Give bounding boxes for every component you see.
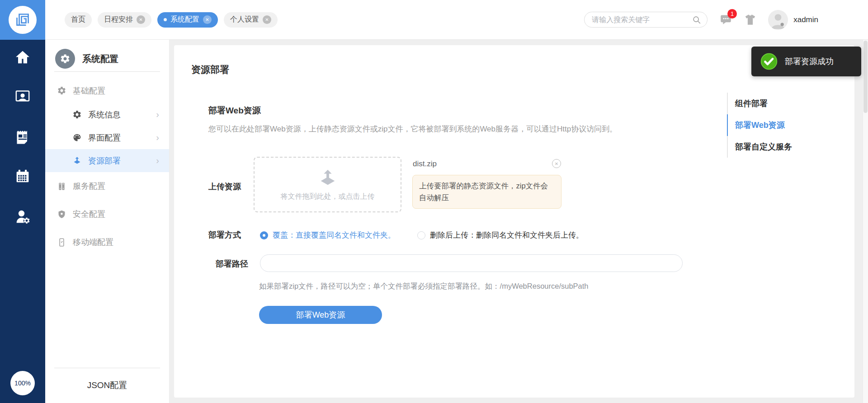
chevron-right-icon: › <box>156 155 159 166</box>
username: xadmin <box>793 15 818 24</box>
config-sidebar: 系统配置 基础配置 系统信息 › 界面配置 › 资源部署 › 服务配置 安全配置 <box>45 40 170 403</box>
deploy-icon <box>72 156 82 165</box>
radio-unselected-icon[interactable] <box>417 231 425 239</box>
gear-circle-icon <box>55 49 75 69</box>
deploy-web-resource-button[interactable]: 部署Web资源 <box>259 306 382 324</box>
upload-dropzone[interactable]: 将文件拖到此处，或点击上传 <box>254 157 401 212</box>
topbar-right: 1 xadmin <box>584 10 818 30</box>
zoom-level-badge[interactable]: 100% <box>10 371 35 395</box>
anchor-deploy-web-resource[interactable]: 部署Web资源 <box>727 114 792 136</box>
upload-tray-icon <box>317 168 338 190</box>
toast-message: 部署资源成功 <box>785 56 834 67</box>
anchor-deploy-custom-service[interactable]: 部署自定义服务 <box>727 136 792 158</box>
scrollbar-thumb[interactable] <box>863 41 868 113</box>
sidebar-item-basic-config[interactable]: 基础配置 <box>45 78 169 103</box>
menu-label: 服务配置 <box>73 181 105 192</box>
anchor-component-deploy[interactable]: 组件部署 <box>727 93 792 114</box>
sidebar-item-ui-config[interactable]: 界面配置 › <box>45 126 169 149</box>
anchor-nav: 组件部署 部署Web资源 部署自定义服务 <box>727 93 792 158</box>
message-count-badge: 1 <box>727 9 737 19</box>
remove-file-icon[interactable]: ✕ <box>552 159 561 168</box>
gear-icon <box>57 86 66 95</box>
menu-label: 安全配置 <box>73 209 105 220</box>
news-icon[interactable] <box>13 127 32 145</box>
sidebar-header: 系统配置 <box>45 40 169 69</box>
menu-label: 界面配置 <box>88 132 121 143</box>
sidebar-item-security-config[interactable]: 安全配置 <box>45 200 169 228</box>
server-icon <box>57 182 66 191</box>
palette-icon <box>72 133 82 142</box>
close-icon[interactable]: ✕ <box>137 15 145 24</box>
sidebar-footer: JSON配置 <box>45 368 169 403</box>
home-icon[interactable] <box>13 48 32 67</box>
deploy-path-input[interactable] <box>260 254 683 272</box>
sidebar-item-service-config[interactable]: 服务配置 <box>45 172 169 200</box>
shield-icon <box>57 210 66 219</box>
search-input[interactable] <box>592 16 692 24</box>
topbar: 首页 日程安排 ✕ 系统配置 ✕ 个人设置 ✕ 1 <box>45 0 868 40</box>
tab-label: 系统配置 <box>170 15 199 24</box>
deploy-path-label: 部署路径 <box>216 258 248 269</box>
app-logo[interactable] <box>0 0 45 40</box>
deploy-mode-label: 部署方式 <box>208 230 241 240</box>
page-title: 资源部署 <box>191 63 229 76</box>
success-toast: 部署资源成功 <box>751 47 861 76</box>
zoom-level-text: 100% <box>14 380 31 387</box>
success-check-icon <box>760 53 778 70</box>
radio-delete-label: 删除后上传：删除同名文件和文件夹后上传。 <box>430 230 584 240</box>
upload-label: 上传资源 <box>208 181 241 192</box>
sidebar-item-mobile-config[interactable]: 移动端配置 <box>45 228 169 256</box>
menu-label: 基础配置 <box>73 85 105 96</box>
tab-personal-settings[interactable]: 个人设置 ✕ <box>224 12 278 28</box>
resource-deploy-card: 资源部署 部署Web资源 您可以在此处部署Web资源，上传静态资源文件或zip文… <box>174 45 854 398</box>
logo-circle <box>9 6 37 34</box>
menu-label: 移动端配置 <box>73 237 113 248</box>
radio-delete-upload[interactable]: 删除后上传：删除同名文件和文件夹后上传。 <box>417 230 584 240</box>
active-dot <box>164 18 167 21</box>
tab-label: 日程安排 <box>104 15 133 24</box>
menu-label: 资源部署 <box>88 155 121 166</box>
close-icon[interactable]: ✕ <box>203 15 212 24</box>
search-icon[interactable] <box>692 15 702 25</box>
tab-bar: 首页 日程安排 ✕ 系统配置 ✕ 个人设置 ✕ <box>65 12 278 28</box>
user-settings-icon[interactable] <box>13 207 32 226</box>
gear-icon <box>72 110 82 119</box>
messages-button[interactable]: 1 <box>719 14 732 26</box>
radio-selected-icon[interactable] <box>260 231 268 239</box>
monitor-user-icon[interactable] <box>13 87 32 106</box>
theme-button[interactable] <box>744 14 756 26</box>
mobile-icon <box>57 238 66 247</box>
tab-home[interactable]: 首页 <box>65 12 92 28</box>
sidebar-item-resource-deploy[interactable]: 资源部署 › <box>45 149 169 172</box>
uploaded-file-name: dist.zip <box>413 159 437 169</box>
avatar <box>768 10 788 30</box>
deploy-path-hint: 如果部署zip文件，路径可以为空；单个文件部署必须指定部署路径。如：/myWeb… <box>259 281 589 291</box>
config-menu: 基础配置 系统信息 › 界面配置 › 资源部署 › 服务配置 安全配置 移动端配… <box>45 72 169 256</box>
search-box <box>584 12 708 28</box>
file-tooltip: 上传要部署的静态资源文件，zip文件会自动解压 <box>412 175 561 209</box>
tshirt-icon <box>744 14 756 26</box>
tab-label: 个人设置 <box>230 15 259 24</box>
calendar-icon[interactable] <box>13 167 32 186</box>
tab-label: 首页 <box>71 15 85 24</box>
vertical-scrollbar[interactable] <box>863 40 868 403</box>
tab-system-config[interactable]: 系统配置 ✕ <box>157 12 218 28</box>
radio-overwrite[interactable]: 覆盖：直接覆盖同名文件和文件夹。 <box>260 230 396 240</box>
chevron-right-icon: › <box>156 132 159 143</box>
sidebar-title: 系统配置 <box>82 53 118 65</box>
radio-overwrite-label: 覆盖：直接覆盖同名文件和文件夹。 <box>273 230 396 240</box>
chevron-right-icon: › <box>156 109 159 120</box>
sidebar-item-system-info[interactable]: 系统信息 › <box>45 103 169 126</box>
section-description: 您可以在此处部署Web资源，上传静态资源文件或zip文件，它将被部署到系统的We… <box>208 124 617 134</box>
spiral-logo-icon <box>14 11 32 29</box>
left-rail: 100% <box>0 0 45 403</box>
json-config-button[interactable]: JSON配置 <box>87 380 127 391</box>
user-menu[interactable]: xadmin <box>768 10 818 30</box>
close-icon[interactable]: ✕ <box>263 15 271 24</box>
tab-schedule[interactable]: 日程安排 ✕ <box>98 12 151 28</box>
dropzone-text: 将文件拖到此处，或点击上传 <box>255 192 401 202</box>
content-area: 资源部署 部署Web资源 您可以在此处部署Web资源，上传静态资源文件或zip文… <box>170 40 868 403</box>
section-title: 部署Web资源 <box>208 105 261 117</box>
menu-label: 系统信息 <box>88 109 121 120</box>
